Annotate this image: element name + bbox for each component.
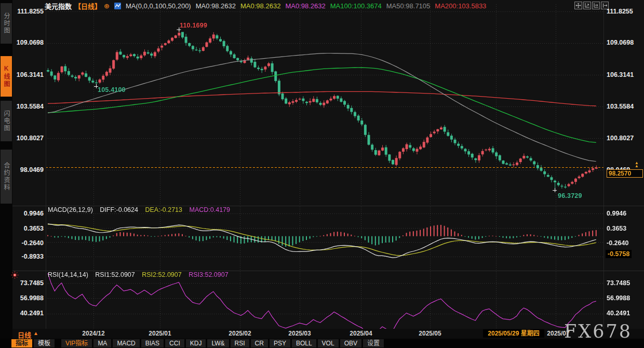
toolbar-obv-button[interactable]: OBV	[340, 339, 361, 347]
current-price-chip: 98.2570	[607, 169, 643, 178]
macd-y-label-left: -0.8933	[12, 253, 44, 260]
toolbar-macd-button[interactable]: MACD	[113, 339, 139, 347]
macd-y-label-left: -0.2640	[12, 239, 44, 247]
y-label-left: 103.5584	[12, 103, 44, 110]
toolbar-rsi-button[interactable]: RSI	[231, 339, 249, 347]
chart-application: 分时图 K线图 闪电图 合约资料 美元指数 【日线】 ⊕ MA(0,0,0,10…	[0, 0, 644, 348]
rsi3-value: RSI3:52.0907	[189, 271, 228, 278]
rsi-y-label-right: 56.9988	[607, 295, 643, 302]
toolbar-ma-button[interactable]: MA	[93, 339, 111, 347]
macd-diff-value: DIFF:-0.0624	[100, 206, 138, 213]
sidebar-tab-contract-info[interactable]: 合约资料	[1, 150, 12, 204]
macd-y-label-left: 0.9946	[12, 210, 44, 217]
macd-indicator-chart[interactable]	[46, 207, 603, 270]
x-label: 2025/04	[340, 330, 382, 337]
toolbar-cci-button[interactable]: CCI	[165, 339, 184, 347]
rsi-panel-header: RSI(14,14,14) RSI1:52.0907 RSI2:52.0907 …	[48, 271, 234, 278]
toolbar-boll-button[interactable]: BOLL	[292, 339, 316, 347]
toolbar-settings-button[interactable]: 设置	[363, 339, 384, 347]
x-label: 2024/12	[73, 330, 114, 337]
alert-dot-icon[interactable]	[11, 271, 19, 281]
y-label-left: 98.0469	[12, 166, 44, 173]
toolbar-cr-button[interactable]: CR	[251, 339, 268, 347]
sidebar-tab-timeline[interactable]: 分时图	[1, 3, 12, 44]
rsi2-value: RSI2:52.0907	[142, 271, 181, 278]
toolbar-vip-indicator-button[interactable]: VIP指标	[61, 339, 92, 347]
macd-y-label-left: 0.3653	[12, 225, 44, 232]
macd-macd-value: MACD:0.4179	[190, 206, 231, 213]
y-label-left: 106.3141	[12, 71, 44, 78]
y-label-right: 103.5584	[607, 103, 643, 110]
toolbar-kdj-button[interactable]: KDJ	[186, 339, 206, 347]
toolbar-lw-button[interactable]: LW&	[207, 339, 229, 347]
low-price-annotation-2: 96.3729	[558, 192, 582, 199]
rsi-indicator-chart[interactable]	[46, 272, 603, 329]
x-label: 2025/01	[139, 330, 181, 337]
macd-y-label-right: -0.2640	[607, 239, 643, 247]
x-label: 2025/03	[279, 330, 320, 337]
sidebar-tab-flash[interactable]: 闪电图	[1, 101, 12, 141]
rsi-y-label-right: 73.7485	[607, 279, 643, 287]
sidebar-tab-kline[interactable]: K线图	[1, 56, 12, 97]
y-label-right: 100.8027	[607, 135, 643, 142]
left-axis-border	[46, 4, 46, 329]
cursor-date-label: 2025/05/29 星期四	[483, 329, 544, 338]
y-label-right: 106.3141	[607, 71, 643, 78]
macd-y-label-right: 0.3653	[607, 225, 643, 232]
toolbar-template-button[interactable]: 模板	[34, 339, 55, 347]
macd-y-label-right: 0.9946	[607, 210, 643, 217]
main-candlestick-chart[interactable]	[46, 4, 603, 206]
left-sidebar: 分时图 K线图 闪电图 合约资料	[0, 0, 12, 348]
y-label-right: 111.8255	[607, 8, 643, 15]
toolbar-vol-button[interactable]: VOL	[318, 339, 339, 347]
low-price-annotation-1: 105.4100	[98, 86, 126, 93]
period-dropdown-arrow-icon[interactable]: ▲	[33, 330, 38, 336]
rsi-y-label-left: 40.2491	[12, 310, 44, 317]
high-price-annotation: 110.1699	[180, 22, 207, 29]
right-axis-border	[603, 4, 604, 329]
rsi1-value: RSI1:52.0907	[95, 271, 135, 278]
price-marker-icon: ▲ ▲	[635, 162, 639, 168]
toolbar-bias-button[interactable]: BIAS	[141, 339, 164, 347]
y-label-left: 109.0698	[12, 39, 44, 46]
macd-title: MACD(26,12,9)	[48, 206, 93, 213]
macd-dea-value: DEA:-0.2713	[145, 206, 182, 213]
y-label-right: 109.0698	[607, 39, 643, 46]
macd-current-value-chip: -0.5758	[606, 250, 632, 258]
indicator-toolbar: 指标 模板 VIP指标 MA MACD BIAS CCI KDJ LW& RSI…	[0, 339, 644, 348]
x-label: 2025/02	[219, 330, 261, 337]
macd-panel-header: MACD(26,12,9) DIFF:-0.0624 DEA:-0.2713 M…	[48, 206, 235, 213]
y-label-left: 111.8255	[12, 8, 44, 15]
rsi-y-label-left: 56.9988	[12, 295, 44, 302]
toolbar-psy-button[interactable]: PSY	[270, 339, 290, 347]
x-axis-row: 日线 ▲ 2024/12 2025/01 2025/02 2025/03 202…	[12, 329, 644, 339]
rsi-title: RSI(14,14,14)	[48, 271, 88, 278]
rsi-y-label-right: 40.2491	[607, 310, 643, 317]
toolbar-indicator-button[interactable]: 指标	[11, 339, 32, 347]
y-label-left: 100.8027	[12, 135, 44, 142]
x-label: 2025/05	[409, 330, 451, 337]
